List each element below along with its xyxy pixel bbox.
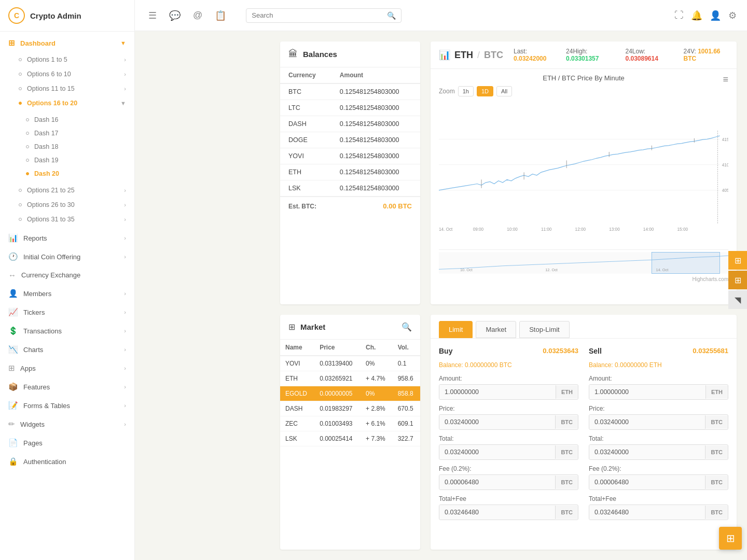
market-row[interactable]: YOVI 0.03139400 0% 0.1 bbox=[280, 356, 420, 371]
buy-fee-input[interactable] bbox=[439, 475, 555, 489]
sidebar-item-authentication[interactable]: 🔒 Authentication bbox=[0, 452, 134, 471]
tab-market[interactable]: Market bbox=[476, 321, 516, 338]
dot-icon bbox=[26, 118, 29, 121]
buy-price-label: Price: bbox=[439, 405, 578, 412]
sidebar-item-options-6-10[interactable]: Options 6 to 10 › bbox=[0, 67, 134, 81]
dash-subitems: Dash 16 Dash 17 Dash 18 Dash 19 Dash 20 bbox=[0, 110, 134, 183]
market-name-cell: LSK bbox=[280, 431, 314, 446]
sidebar-item-reports[interactable]: 📊 Reports › bbox=[0, 229, 134, 247]
market-price-cell: 0.03265921 bbox=[314, 371, 361, 386]
zoom-1h[interactable]: 1h bbox=[458, 86, 474, 96]
float-btn-1[interactable]: ⊞ bbox=[728, 251, 747, 270]
dash-16-item[interactable]: Dash 16 bbox=[26, 113, 126, 127]
dot-icon bbox=[19, 218, 22, 221]
table-row[interactable]: DASH0.125481254803000 bbox=[280, 116, 420, 132]
table-row[interactable]: YOVI0.125481254803000 bbox=[280, 148, 420, 164]
sidebar-item-features[interactable]: 📦 Features › bbox=[0, 377, 134, 396]
highcharts-label: Highcharts.com bbox=[439, 275, 728, 283]
market-row[interactable]: ZEC 0.01003493 + 6.1% 609.1 bbox=[280, 416, 420, 431]
menu-icon[interactable]: ☰ bbox=[145, 7, 160, 24]
buy-total-input[interactable] bbox=[439, 445, 555, 459]
table-row[interactable]: DOGE0.125481254803000 bbox=[280, 132, 420, 148]
float-btn-3[interactable]: ◥ bbox=[728, 290, 747, 309]
sidebar-item-charts[interactable]: 📉 Charts › bbox=[0, 340, 134, 359]
tab-limit[interactable]: Limit bbox=[439, 321, 473, 338]
notification-icon[interactable]: 🔔 bbox=[691, 10, 702, 21]
bottom-float-button[interactable]: ⊞ bbox=[719, 527, 742, 550]
sidebar-item-options-26-30[interactable]: Options 26 to 30 › bbox=[0, 198, 134, 212]
market-search-icon[interactable]: 🔍 bbox=[402, 322, 412, 332]
sell-total-input[interactable] bbox=[589, 445, 705, 459]
sell-fee-input[interactable] bbox=[589, 475, 705, 489]
sidebar-item-pages[interactable]: 📄 Pages bbox=[0, 433, 134, 452]
sidebar-item-dashboard[interactable]: ⊞ Dashboard ▼ bbox=[0, 34, 134, 52]
dash-20-item[interactable]: Dash 20 bbox=[26, 167, 126, 180]
sidebar-item-options-1-5[interactable]: Options 1 to 5 › bbox=[0, 52, 134, 67]
table-row[interactable]: LSK0.125481254803000 bbox=[280, 180, 420, 197]
market-row[interactable]: LSK 0.00025414 + 7.3% 322.7 bbox=[280, 431, 420, 446]
sidebar-item-ico[interactable]: 🕐 Initial Coin Offering › bbox=[0, 247, 134, 266]
balance-table: Currency Amount BTC0.125481254803000LTC0… bbox=[280, 67, 420, 197]
balances-icon: 🏛 bbox=[288, 49, 298, 60]
market-row[interactable]: DASH 0.01983297 + 2.8% 670.5 bbox=[280, 401, 420, 416]
sell-price: 0.03255681 bbox=[693, 347, 728, 355]
market-card: ⊞ Market 🔍 Name Price Ch. Vol. YOVI 0.03… bbox=[280, 315, 420, 550]
search-box: 🔍 bbox=[246, 8, 402, 23]
search-input[interactable] bbox=[252, 11, 387, 19]
float-btn-2[interactable]: ⊞ bbox=[728, 271, 747, 289]
clipboard-icon[interactable]: 📋 bbox=[212, 7, 229, 24]
svg-text:10:00: 10:00 bbox=[507, 227, 518, 232]
sidebar-item-members[interactable]: 👤 Members › bbox=[0, 284, 134, 303]
sidebar-item-transactions[interactable]: 💲 Transactions › bbox=[0, 321, 134, 340]
sidebar-item-apps[interactable]: ⊞ Apps › bbox=[0, 359, 134, 377]
user-icon[interactable]: 👤 bbox=[710, 10, 721, 21]
buy-price-input[interactable] bbox=[439, 415, 555, 429]
at-icon[interactable]: @ bbox=[190, 7, 205, 24]
sidebar-item-tickers[interactable]: 📈 Tickers › bbox=[0, 303, 134, 321]
sell-title: Sell bbox=[589, 347, 602, 355]
chart-menu-icon[interactable]: ≡ bbox=[723, 74, 728, 85]
buy-price-field: Price: BTC bbox=[439, 405, 578, 430]
amount-cell: 0.125481254803000 bbox=[331, 164, 420, 180]
amount-cell: 0.125481254803000 bbox=[331, 148, 420, 164]
table-row[interactable]: ETH0.125481254803000 bbox=[280, 164, 420, 180]
dash-20-label: Dash 20 bbox=[34, 170, 59, 177]
sidebar-item-options-31-35[interactable]: Options 31 to 35 › bbox=[0, 212, 134, 227]
table-row[interactable]: LTC0.125481254803000 bbox=[280, 100, 420, 116]
sidebar-item-options-21-25[interactable]: Options 21 to 25 › bbox=[0, 183, 134, 198]
sell-price-input[interactable] bbox=[589, 415, 705, 429]
chart-pair-b: BTC bbox=[484, 50, 503, 61]
chart-separator: / bbox=[477, 50, 480, 61]
sidebar-item-widgets[interactable]: ✏ Widgets › bbox=[0, 415, 134, 433]
tickers-icon: 📈 bbox=[8, 307, 18, 317]
sidebar-item-currency[interactable]: ↔ Currency Exchange bbox=[0, 266, 134, 284]
sidebar-item-options-16-20[interactable]: Options 16 to 20 ▼ bbox=[0, 96, 134, 110]
buy-amount-input[interactable] bbox=[439, 385, 556, 399]
settings-icon[interactable]: ⚙ bbox=[728, 10, 737, 21]
brand: C Crypto Admin bbox=[0, 0, 134, 32]
table-row[interactable]: BTC0.125481254803000 bbox=[280, 83, 420, 100]
market-row[interactable]: EGOLD 0.00000005 0% 858.8 bbox=[280, 386, 420, 401]
market-row[interactable]: ETH 0.03265921 + 4.7% 958.6 bbox=[280, 371, 420, 386]
zoom-all[interactable]: All bbox=[496, 86, 512, 96]
buy-price-wrap: BTC bbox=[439, 414, 578, 430]
currency-cell: BTC bbox=[280, 83, 331, 100]
chat-icon[interactable]: 💬 bbox=[166, 7, 184, 24]
buy-title: Buy bbox=[439, 347, 452, 355]
sidebar-item-forms[interactable]: 📝 Forms & Tables › bbox=[0, 396, 134, 415]
zoom-controls: Zoom 1h 1D All bbox=[439, 86, 512, 96]
sell-totalfee-input[interactable] bbox=[589, 505, 705, 520]
dash-17-item[interactable]: Dash 17 bbox=[26, 127, 126, 140]
sell-amount-input[interactable] bbox=[589, 385, 706, 399]
dash-18-item[interactable]: Dash 18 bbox=[26, 140, 126, 153]
dash-19-item[interactable]: Dash 19 bbox=[26, 153, 126, 167]
last-label: Last: bbox=[514, 48, 527, 55]
zoom-1d[interactable]: 1D bbox=[477, 86, 493, 96]
currency-label: Currency Exchange bbox=[21, 271, 80, 279]
buy-totalfee-input[interactable] bbox=[439, 505, 555, 520]
sidebar-item-options-11-15[interactable]: Options 11 to 15 › bbox=[0, 81, 134, 96]
chevron-right-icon: › bbox=[124, 216, 126, 222]
tab-stop-limit[interactable]: Stop-Limit bbox=[519, 321, 570, 338]
currency-cell: DASH bbox=[280, 116, 331, 132]
fullscreen-icon[interactable]: ⛶ bbox=[674, 10, 684, 21]
